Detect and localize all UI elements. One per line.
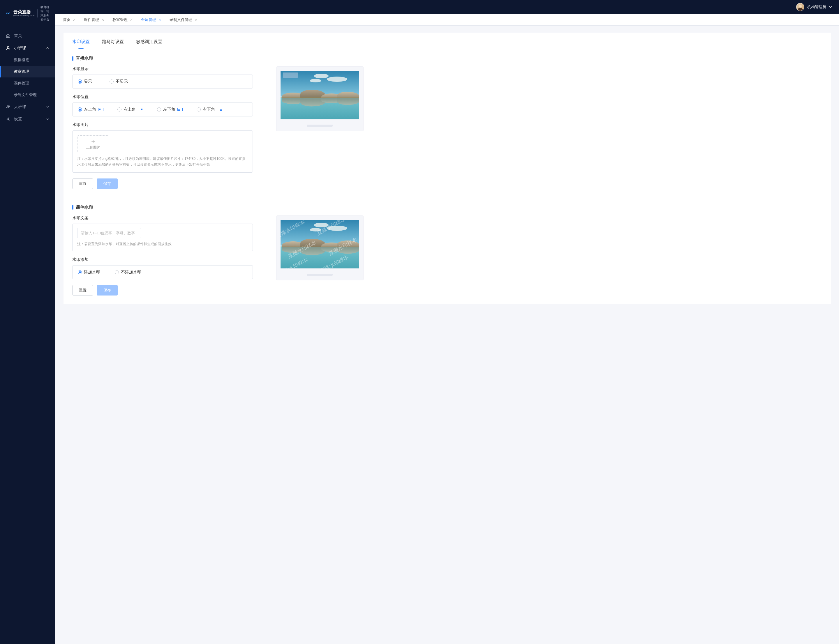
close-icon[interactable] [73, 18, 76, 21]
save-button[interactable]: 保存 [97, 179, 118, 189]
section-title-courseware: 课件水印 [76, 205, 93, 210]
page-tab-marquee[interactable]: 跑马灯设置 [102, 39, 124, 49]
brand-tagline: 教育机构一站 式服务云平台 [41, 5, 51, 21]
chevron-down-icon[interactable] [829, 5, 832, 8]
tabs-bar: 首页 课件管理 教室管理 全局管理 录制文件管理 [55, 14, 839, 26]
radio-pos-br[interactable]: 右下角 [197, 107, 222, 112]
label-wm-text: 水印文案 [72, 215, 253, 221]
upload-image-button[interactable]: ＋ 上传图片 [77, 135, 109, 152]
nav-big-class[interactable]: 大班课 [0, 101, 55, 113]
brand-name: 云朵直播 [13, 10, 35, 15]
radio-pos-tr[interactable]: 右上角 [117, 107, 143, 112]
label-wm-image: 水印图片 [72, 122, 253, 128]
reset-button[interactable]: 重置 [72, 179, 93, 189]
users-icon [6, 105, 10, 109]
close-icon[interactable] [158, 18, 162, 21]
svg-point-1 [7, 105, 8, 107]
upload-note: 注：水印只支持png格式图片，且必须为透明底。建议最佳图片尺寸：174*80，大… [77, 156, 248, 168]
sidebar: 云朵直播 yunduoketang.com 教育机构一站 式服务云平台 首页 小… [0, 0, 55, 644]
chevron-down-icon [46, 117, 49, 121]
page-tab-sensitive[interactable]: 敏感词汇设置 [136, 39, 162, 49]
label-wm-display: 水印显示 [72, 66, 253, 72]
preview-monitor-1 [276, 66, 364, 131]
nav-courseware-mgmt[interactable]: 课件管理 [0, 77, 55, 89]
svg-point-2 [8, 106, 10, 107]
radio-pos-tl[interactable]: 左上角 [78, 107, 104, 112]
svg-point-3 [8, 118, 9, 120]
close-icon[interactable] [195, 18, 198, 21]
logo-icon [6, 10, 10, 17]
home-icon [6, 33, 10, 38]
radio-hide[interactable]: 不显示 [110, 79, 128, 84]
tab-home[interactable]: 首页 [59, 14, 80, 25]
text-note: 注：若设置为添加水印，对直播上传的课件和生成的回放生效 [77, 241, 248, 247]
radio-show[interactable]: 显示 [78, 79, 92, 84]
gear-icon [6, 117, 10, 122]
plus-icon: ＋ [90, 138, 96, 145]
tab-global[interactable]: 全局管理 [137, 14, 165, 25]
label-wm-add: 水印添加 [72, 257, 253, 262]
nav-home[interactable]: 首页 [0, 30, 55, 42]
nav-settings[interactable]: 设置 [0, 113, 55, 125]
topbar: 机构管理员 [55, 0, 839, 14]
page-tab-watermark[interactable]: 水印设置 [72, 39, 90, 49]
radio-add-yes[interactable]: 添加水印 [78, 269, 100, 275]
user-name[interactable]: 机构管理员 [807, 4, 826, 10]
watermark-text-input[interactable] [77, 228, 141, 238]
chevron-down-icon [46, 105, 49, 108]
nav-recording-mgmt[interactable]: 录制文件管理 [0, 89, 55, 101]
logo: 云朵直播 yunduoketang.com 教育机构一站 式服务云平台 [0, 0, 55, 27]
svg-point-0 [7, 46, 9, 48]
watermark-badge [283, 72, 298, 78]
tab-classroom[interactable]: 教室管理 [108, 14, 137, 25]
radio-add-no[interactable]: 不添加水印 [115, 269, 141, 275]
brand-domain: yunduoketang.com [13, 15, 35, 17]
user-icon [6, 46, 10, 50]
close-icon[interactable] [101, 18, 104, 21]
section-title-live: 直播水印 [76, 56, 93, 61]
reset-button-2[interactable]: 重置 [72, 285, 93, 296]
chevron-up-icon [46, 46, 49, 50]
save-button-2[interactable]: 保存 [97, 285, 118, 296]
radio-pos-bl[interactable]: 左下角 [157, 107, 183, 112]
label-wm-position: 水印位置 [72, 94, 253, 100]
avatar[interactable] [796, 3, 804, 11]
page-tabs: 水印设置 跑马灯设置 敏感词汇设置 [64, 33, 831, 49]
tab-courseware[interactable]: 课件管理 [80, 14, 108, 25]
tab-recording[interactable]: 录制文件管理 [165, 14, 201, 25]
nav-data-overview[interactable]: 数据概览 [0, 54, 55, 66]
close-icon[interactable] [130, 18, 133, 21]
preview-monitor-2: 直播水印样本 直播水印样本 直播水印样本 直播水印样本 直播水印样本 直播水印样… [276, 215, 364, 280]
nav-small-class[interactable]: 小班课 [0, 42, 55, 54]
nav-classroom-mgmt[interactable]: 教室管理 [0, 66, 55, 77]
